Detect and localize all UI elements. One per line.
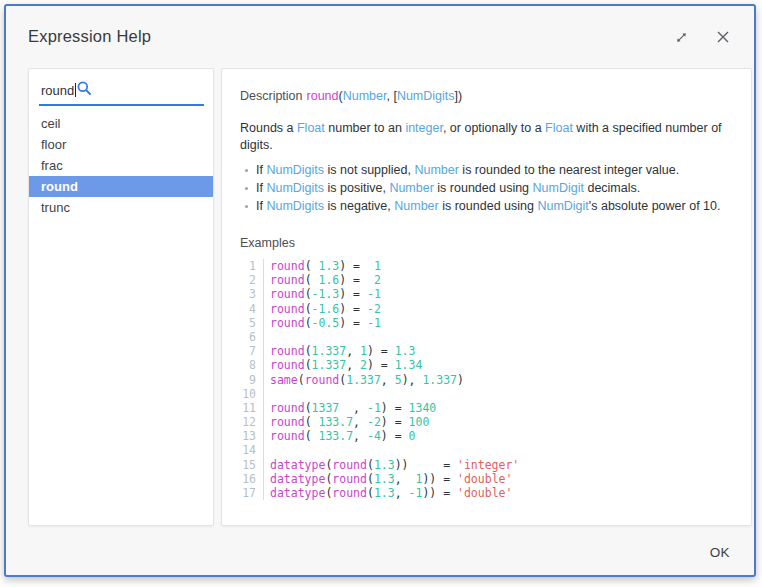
token-num: 1.3 (374, 486, 395, 500)
function-list-item[interactable]: round (29, 176, 213, 197)
token-p: 's absolute power of 10. (589, 199, 721, 213)
token-num: 133.7 (318, 415, 353, 429)
token-p: is rounded using (439, 199, 538, 213)
token-type: Number (389, 181, 433, 195)
token-num: 1.337 (312, 358, 347, 372)
search-icon[interactable] (76, 80, 92, 100)
code-line: 4round(-1.6) = -2 (240, 302, 733, 316)
description-bullet: If NumDigits is positive, Number is roun… (244, 179, 733, 197)
token-p: )) = (422, 486, 457, 500)
line-number: 4 (240, 302, 264, 316)
token-num: 1 (360, 344, 367, 358)
token-p: If (256, 163, 266, 177)
line-number: 15 (240, 458, 264, 472)
token-type: NumDigit (537, 199, 588, 213)
code-text: round(1.337, 1) = 1.3 (264, 344, 415, 358)
token-num: 1.337 (312, 344, 347, 358)
token-p: Rounds a (240, 121, 297, 135)
token-fn: same (270, 373, 298, 387)
token-p: ) = (381, 415, 409, 429)
token-num: 1.337 (422, 373, 457, 387)
token-type: Number (343, 89, 387, 103)
code-line: 12round( 133.7, -2) = 100 (240, 415, 733, 429)
token-type: NumDigit (533, 181, 584, 195)
line-number: 13 (240, 429, 264, 443)
description-bullet: If NumDigits is negative, Number is roun… (244, 197, 733, 215)
code-text: round(-1.3) = -1 (264, 287, 381, 301)
code-line: 10 (240, 387, 733, 401)
code-text: same(round(1.337, 5), 1.337) (264, 373, 464, 387)
line-number: 2 (240, 273, 264, 287)
code-line: 5round(-0.5) = -1 (240, 316, 733, 330)
search-value: round (41, 83, 74, 98)
token-fn: round (270, 259, 305, 273)
token-num: 100 (409, 415, 430, 429)
token-p: , (381, 373, 395, 387)
token-fn: round (305, 373, 340, 387)
token-p: ( (298, 373, 305, 387)
token-num: -1.6 (312, 302, 340, 316)
token-p: is not supplied, (324, 163, 414, 177)
token-p: ( (305, 415, 319, 429)
code-line: 1round( 1.3) = 1 (240, 259, 733, 273)
token-p: ) = (339, 302, 367, 316)
token-p: , (346, 358, 360, 372)
token-p: ( (305, 429, 319, 443)
code-text: datatype(round(1.3, -1)) = 'double' (264, 486, 512, 500)
header-icons (672, 28, 732, 46)
token-num: -1 (367, 287, 381, 301)
token-p: decimals. (584, 181, 640, 195)
code-text (264, 443, 270, 457)
code-line: 15datatype(round(1.3)) = 'integer' (240, 458, 733, 472)
token-fn: datatype (270, 472, 325, 486)
function-signature: round(Number, [NumDigits]) (307, 89, 463, 103)
code-text: round(1337 , -1) = 1340 (264, 401, 436, 415)
code-line: 14 (240, 443, 733, 457)
line-number: 10 (240, 387, 264, 401)
code-text: datatype(round(1.3, 1)) = 'double' (264, 472, 512, 486)
token-num: 1.3 (395, 344, 416, 358)
code-text: round( 1.3) = 1 (264, 259, 381, 273)
token-p: ) = (339, 287, 367, 301)
code-text: round(1.337, 2) = 1.34 (264, 358, 422, 372)
token-type: Number (394, 199, 438, 213)
token-p: ( (305, 287, 312, 301)
token-p: If (256, 181, 266, 195)
token-num: 1.3 (318, 259, 339, 273)
token-p: , [ (386, 89, 396, 103)
token-str: 'double' (457, 486, 512, 500)
code-line: 13round( 133.7, -4) = 0 (240, 429, 733, 443)
token-p: ( (305, 358, 312, 372)
token-fn: round (270, 415, 305, 429)
function-list-item[interactable]: floor (29, 134, 213, 155)
token-p: )) = (395, 458, 457, 472)
function-summary: Rounds a Float number to an integer, or … (240, 120, 733, 154)
function-list-item[interactable]: ceil (29, 113, 213, 134)
token-num: -4 (367, 429, 381, 443)
token-p: , (353, 415, 367, 429)
token-p: If (256, 199, 266, 213)
code-line: 7round(1.337, 1) = 1.3 (240, 344, 733, 358)
token-p: ( (305, 273, 319, 287)
token-p: ]) (455, 89, 463, 103)
function-list-item[interactable]: trunc (29, 197, 213, 218)
close-button[interactable] (714, 28, 732, 46)
token-num: 1.337 (346, 373, 381, 387)
expand-button[interactable] (672, 28, 690, 46)
code-text: round( 133.7, -2) = 100 (264, 415, 429, 429)
search-input[interactable]: round (39, 76, 204, 106)
token-num: 1 (374, 259, 381, 273)
token-p: ( (305, 401, 312, 415)
description-row: Descriptionround(Number, [NumDigits]) (240, 89, 733, 103)
token-type: Float (545, 121, 573, 135)
token-type: NumDigits (266, 199, 324, 213)
token-fn: round (270, 401, 305, 415)
token-num: -1 (409, 486, 423, 500)
token-p: number to an (325, 121, 406, 135)
close-icon (716, 30, 730, 44)
token-num: 2 (360, 358, 367, 372)
ok-button[interactable]: OK (710, 545, 730, 560)
code-text: round(-0.5) = -1 (264, 316, 381, 330)
function-list-item[interactable]: frac (29, 155, 213, 176)
token-fn: round (270, 358, 305, 372)
